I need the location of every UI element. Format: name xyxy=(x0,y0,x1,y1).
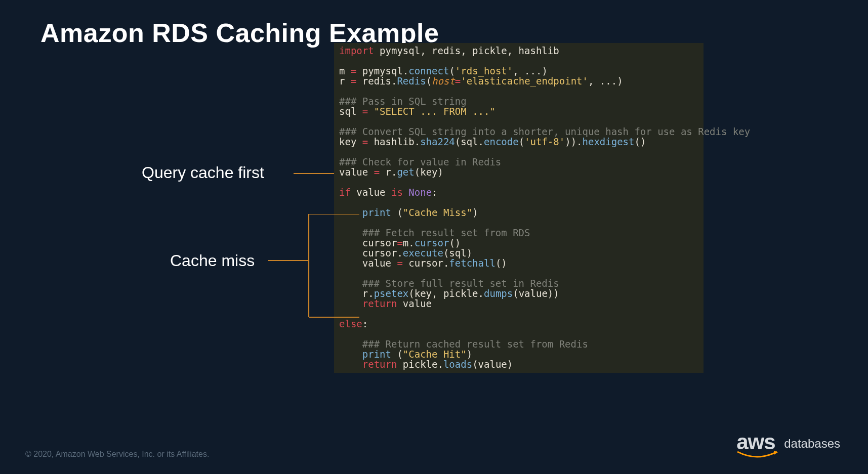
code-fn: psetex xyxy=(374,288,409,299)
copyright-footer: © 2020, Amazon Web Services, Inc. or its… xyxy=(25,450,209,459)
code-comment: ### Check for value in Redis xyxy=(339,156,501,167)
code-text: cursor. xyxy=(403,257,449,269)
code-text: r xyxy=(339,75,351,87)
code-fn: print xyxy=(362,207,391,218)
code-str: "Cache Miss" xyxy=(403,207,472,218)
annotation-query-cache-first: Query cache first xyxy=(142,163,264,182)
code-text: key xyxy=(339,136,362,147)
code-fn: Redis xyxy=(397,75,426,87)
code-comment: ### Fetch result set from RDS xyxy=(339,227,530,238)
code-comment: ### Convert SQL string into a shorter, u… xyxy=(339,126,750,137)
code-text: redis. xyxy=(356,75,397,87)
connector-bracket xyxy=(268,214,359,321)
code-kw: import xyxy=(339,45,374,56)
code-str: "Cache Hit" xyxy=(403,349,467,360)
slide-title: Amazon RDS Caching Example xyxy=(0,0,868,48)
aws-logo: aws databases xyxy=(736,432,840,460)
code-text xyxy=(339,349,362,360)
code-op: = xyxy=(397,257,402,269)
code-kw: is xyxy=(391,187,403,198)
code-op: = xyxy=(362,106,368,117)
code-fn: encode xyxy=(484,136,519,147)
code-text: , ...) xyxy=(513,65,548,76)
code-text: : xyxy=(362,318,368,329)
code-op: = xyxy=(362,136,368,147)
logo-subtext: databases xyxy=(784,437,840,460)
code-comment: ### Return cached result set from Redis xyxy=(339,338,588,350)
code-kw: return xyxy=(362,298,397,309)
code-text: hashlib. xyxy=(368,136,420,147)
annotation-cache-miss: Cache miss xyxy=(170,251,255,270)
content-area: Query cache first Cache miss import pymy… xyxy=(0,43,868,373)
code-text: ( xyxy=(391,207,403,218)
connector-line-1 xyxy=(294,173,334,175)
code-str: 'elasticache_endpoint' xyxy=(461,75,588,87)
code-text: () xyxy=(449,237,461,248)
code-op: = xyxy=(397,237,402,248)
code-fn: print xyxy=(362,349,391,360)
code-text: ( xyxy=(426,75,432,87)
code-fn: loads xyxy=(443,359,472,370)
code-text: pymysql. xyxy=(356,65,408,76)
code-fn: cursor xyxy=(415,237,449,248)
code-text: ( xyxy=(449,65,454,76)
aws-wordmark: aws xyxy=(736,432,778,460)
code-text: ( xyxy=(391,349,403,360)
code-text xyxy=(403,187,408,198)
code-text: (value)) xyxy=(513,288,559,299)
code-none: None xyxy=(408,187,432,198)
code-text: r. xyxy=(380,166,397,178)
code-text: ) xyxy=(472,207,478,218)
code-fn: fetchall xyxy=(449,257,495,269)
code-text: sql xyxy=(339,106,362,117)
code-fn: sha224 xyxy=(420,136,455,147)
code-text: ( xyxy=(519,136,524,147)
code-str: 'rds_host' xyxy=(455,65,513,76)
code-fn: connect xyxy=(408,65,449,76)
code-text xyxy=(368,106,374,117)
code-fn: hexdigest xyxy=(583,136,635,147)
code-str: 'utf-8' xyxy=(524,136,565,147)
annotation-column: Query cache first Cache miss xyxy=(0,43,334,373)
code-comment: ### Pass in SQL string xyxy=(339,96,467,107)
code-text: value xyxy=(397,298,432,309)
code-op: = xyxy=(374,166,380,178)
code-text: pickle. xyxy=(397,359,443,370)
code-text: (sql. xyxy=(455,136,484,147)
code-str: "SELECT ... FROM ..." xyxy=(374,106,495,117)
aws-text: aws xyxy=(736,432,778,453)
code-kw: if xyxy=(339,187,351,198)
code-op: = xyxy=(455,75,461,87)
code-text: (sql) xyxy=(443,247,472,258)
code-text: ) xyxy=(467,349,472,360)
code-comment: ### Store full result set in Redis xyxy=(339,278,559,289)
code-text: m xyxy=(339,65,351,76)
code-text: )). xyxy=(565,136,582,147)
code-text: , ...) xyxy=(588,75,623,87)
code-text: : xyxy=(432,187,437,198)
code-kw: return xyxy=(362,359,397,370)
code-text xyxy=(339,359,362,370)
code-op: = xyxy=(351,65,356,76)
code-text: (value) xyxy=(472,359,513,370)
code-text: () xyxy=(495,257,507,269)
code-text: m. xyxy=(403,237,415,248)
code-arg: host xyxy=(432,75,455,87)
code-text: value xyxy=(351,187,391,198)
code-block: import pymysql, redis, pickle, hashlib m… xyxy=(334,43,704,373)
code-fn: dumps xyxy=(484,288,513,299)
code-text: () xyxy=(634,136,646,147)
code-fn: execute xyxy=(403,247,443,258)
code-text: (key) xyxy=(415,166,443,178)
code-text: (key, pickle. xyxy=(408,288,484,299)
code-text: value xyxy=(339,166,374,178)
code-fn: get xyxy=(397,166,414,178)
code-op: = xyxy=(351,75,356,87)
code-text: pymysql, redis, pickle, hashlib xyxy=(374,45,559,56)
